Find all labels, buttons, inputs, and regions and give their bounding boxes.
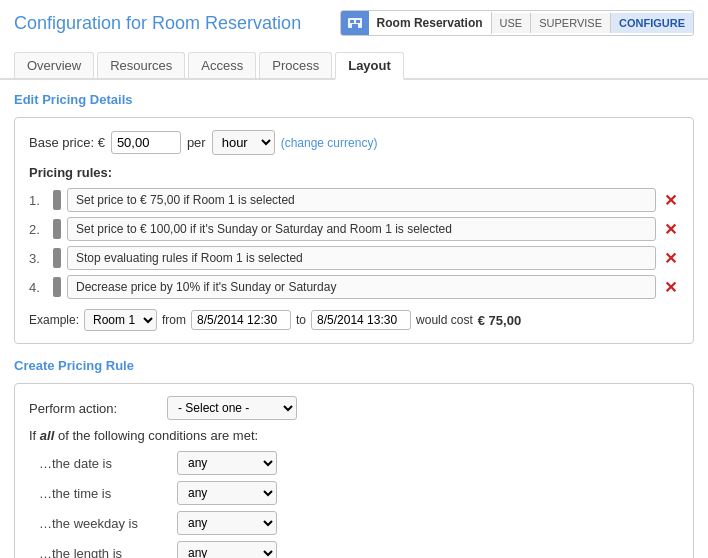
rule-drag-handle-1[interactable] — [53, 190, 61, 210]
rule-item-2: 2. Set price to € 100,00 if it's Sunday … — [29, 217, 679, 241]
rule-item-1: 1. Set price to € 75,00 if Room 1 is sel… — [29, 188, 679, 212]
tab-resources[interactable]: Resources — [97, 52, 185, 78]
condition-select-date[interactable]: any — [177, 451, 277, 475]
tab-process[interactable]: Process — [259, 52, 332, 78]
rule-drag-handle-4[interactable] — [53, 277, 61, 297]
tab-access[interactable]: Access — [188, 52, 256, 78]
condition-row-time: …the time is any — [29, 481, 679, 505]
tab-overview[interactable]: Overview — [14, 52, 94, 78]
rule-drag-handle-3[interactable] — [53, 248, 61, 268]
edit-pricing-card: Base price: € per hour day week (change … — [14, 117, 694, 344]
if-text: If — [29, 428, 36, 443]
delete-icon-3: ✕ — [664, 249, 677, 268]
page-wrapper: Configuration for Room Reservation Room … — [0, 0, 708, 558]
edit-pricing-title: Edit Pricing Details — [14, 92, 694, 107]
svg-rect-1 — [350, 20, 354, 23]
delete-icon-4: ✕ — [664, 278, 677, 297]
example-row: Example: Room 1 from to would cost € 75,… — [29, 309, 679, 331]
tab-layout[interactable]: Layout — [335, 52, 404, 80]
condition-row-length: …the length is any — [29, 541, 679, 558]
delete-rule-3[interactable]: ✕ — [662, 247, 679, 270]
room-reservation-badge: Room Reservation USE SUPERVISE CONFIGURE — [340, 10, 694, 36]
use-button[interactable]: USE — [492, 13, 532, 33]
delete-rule-2[interactable]: ✕ — [662, 218, 679, 241]
price-input[interactable] — [111, 131, 181, 154]
room-icon — [347, 15, 363, 31]
example-cost: € 75,00 — [478, 313, 521, 328]
condition-label-time: …the time is — [39, 486, 169, 501]
per-label: per — [187, 135, 206, 150]
badge-title: Room Reservation — [369, 12, 492, 34]
perform-action-select[interactable]: - Select one - — [167, 396, 297, 420]
condition-label-date: …the date is — [39, 456, 169, 471]
perform-action-row: Perform action: - Select one - — [29, 396, 679, 420]
conditions-suffix: of the following conditions are met: — [58, 428, 258, 443]
supervise-button[interactable]: SUPERVISE — [531, 13, 611, 33]
rule-text-3: Stop evaluating rules if Room 1 is selec… — [67, 246, 656, 270]
rule-text-2: Set price to € 100,00 if it's Sunday or … — [67, 217, 656, 241]
page-title: Configuration for Room Reservation — [14, 13, 301, 34]
perform-action-label: Perform action: — [29, 401, 159, 416]
badge-actions: USE SUPERVISE CONFIGURE — [492, 13, 693, 33]
delete-rule-1[interactable]: ✕ — [662, 189, 679, 212]
rule-number-1: 1. — [29, 193, 47, 208]
all-text: all — [40, 428, 54, 443]
base-price-label: Base price: € — [29, 135, 105, 150]
create-pricing-title: Create Pricing Rule — [14, 358, 694, 373]
condition-select-weekday[interactable]: any — [177, 511, 277, 535]
to-label: to — [296, 313, 306, 327]
rule-item-4: 4. Decrease price by 10% if it's Sunday … — [29, 275, 679, 299]
example-room-select[interactable]: Room 1 — [84, 309, 157, 331]
svg-rect-2 — [356, 20, 360, 23]
condition-select-time[interactable]: any — [177, 481, 277, 505]
top-bar: Configuration for Room Reservation Room … — [0, 0, 708, 36]
rule-text-4: Decrease price by 10% if it's Sunday or … — [67, 275, 656, 299]
from-input[interactable] — [191, 310, 291, 330]
content: Edit Pricing Details Base price: € per h… — [0, 80, 708, 558]
change-currency-link[interactable]: (change currency) — [281, 136, 378, 150]
condition-row-weekday: …the weekday is any — [29, 511, 679, 535]
tabs-bar: Overview Resources Access Process Layout — [0, 44, 708, 80]
rules-list: 1. Set price to € 75,00 if Room 1 is sel… — [29, 188, 679, 299]
would-cost-label: would cost — [416, 313, 473, 327]
create-pricing-card: Perform action: - Select one - If all of… — [14, 383, 694, 558]
from-label: from — [162, 313, 186, 327]
to-input[interactable] — [311, 310, 411, 330]
per-select[interactable]: hour day week — [212, 130, 275, 155]
delete-rule-4[interactable]: ✕ — [662, 276, 679, 299]
delete-icon-2: ✕ — [664, 220, 677, 239]
rule-number-4: 4. — [29, 280, 47, 295]
rule-item-3: 3. Stop evaluating rules if Room 1 is se… — [29, 246, 679, 270]
condition-row-date: …the date is any — [29, 451, 679, 475]
configure-button[interactable]: CONFIGURE — [611, 13, 693, 33]
rule-number-2: 2. — [29, 222, 47, 237]
badge-icon-area — [341, 11, 369, 35]
delete-icon-1: ✕ — [664, 191, 677, 210]
pricing-rules-label: Pricing rules: — [29, 165, 679, 180]
condition-select-length[interactable]: any — [177, 541, 277, 558]
rule-drag-handle-2[interactable] — [53, 219, 61, 239]
svg-rect-3 — [352, 24, 358, 28]
conditions-label: If all of the following conditions are m… — [29, 428, 679, 443]
base-price-row: Base price: € per hour day week (change … — [29, 130, 679, 155]
condition-label-length: …the length is — [39, 546, 169, 559]
condition-label-weekday: …the weekday is — [39, 516, 169, 531]
rule-number-3: 3. — [29, 251, 47, 266]
example-label: Example: — [29, 313, 79, 327]
rule-text-1: Set price to € 75,00 if Room 1 is select… — [67, 188, 656, 212]
